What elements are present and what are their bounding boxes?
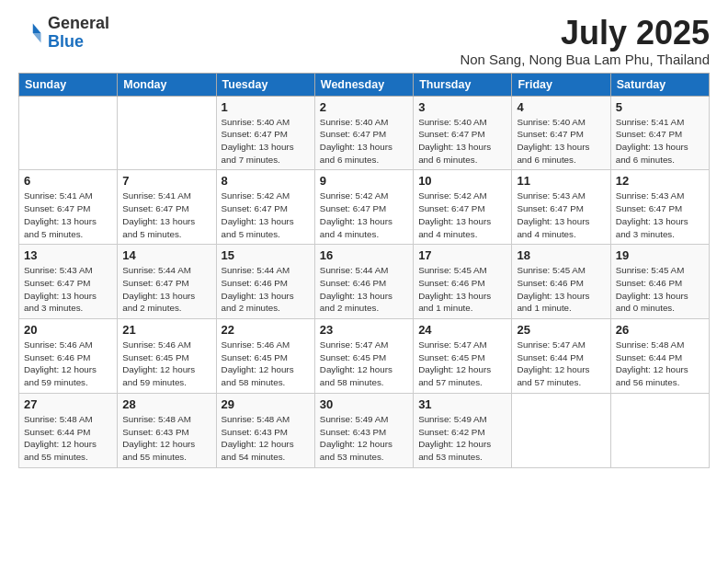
day-cell: 13Sunrise: 5:43 AM Sunset: 6:47 PM Dayli…	[19, 245, 118, 319]
day-cell: 12Sunrise: 5:43 AM Sunset: 6:47 PM Dayli…	[610, 170, 709, 245]
weekday-header-row: SundayMondayTuesdayWednesdayThursdayFrid…	[19, 73, 710, 96]
day-number: 27	[24, 397, 112, 411]
weekday-header-monday: Monday	[118, 73, 216, 96]
day-number: 23	[320, 323, 408, 337]
day-detail: Sunrise: 5:40 AM Sunset: 6:47 PM Dayligh…	[320, 116, 408, 167]
day-cell: 19Sunrise: 5:45 AM Sunset: 6:46 PM Dayli…	[610, 245, 709, 319]
day-cell: 2Sunrise: 5:40 AM Sunset: 6:47 PM Daylig…	[314, 96, 413, 170]
day-cell: 27Sunrise: 5:48 AM Sunset: 6:44 PM Dayli…	[19, 393, 118, 467]
day-detail: Sunrise: 5:47 AM Sunset: 6:44 PM Dayligh…	[517, 339, 605, 389]
day-cell: 21Sunrise: 5:46 AM Sunset: 6:45 PM Dayli…	[118, 319, 216, 394]
weekday-header-wednesday: Wednesday	[314, 73, 413, 96]
day-detail: Sunrise: 5:49 AM Sunset: 6:42 PM Dayligh…	[418, 413, 506, 464]
logo: General Blue	[18, 15, 109, 52]
day-number: 24	[418, 323, 506, 337]
day-number: 30	[320, 397, 408, 411]
day-cell	[610, 393, 709, 467]
day-number: 5	[616, 100, 704, 114]
day-detail: Sunrise: 5:42 AM Sunset: 6:47 PM Dayligh…	[320, 190, 408, 240]
day-number: 1	[222, 100, 310, 114]
svg-marker-1	[33, 33, 41, 43]
day-detail: Sunrise: 5:45 AM Sunset: 6:46 PM Dayligh…	[418, 264, 506, 315]
day-number: 17	[418, 248, 506, 262]
day-number: 11	[517, 174, 605, 188]
day-cell: 20Sunrise: 5:46 AM Sunset: 6:46 PM Dayli…	[19, 319, 118, 394]
day-number: 10	[418, 174, 506, 188]
day-cell	[118, 96, 216, 170]
day-detail: Sunrise: 5:48 AM Sunset: 6:44 PM Dayligh…	[24, 413, 112, 464]
day-number: 21	[122, 323, 210, 337]
day-cell: 29Sunrise: 5:48 AM Sunset: 6:43 PM Dayli…	[216, 393, 314, 467]
day-cell: 31Sunrise: 5:49 AM Sunset: 6:42 PM Dayli…	[414, 393, 512, 467]
day-number: 2	[320, 100, 408, 114]
day-number: 25	[517, 323, 605, 337]
day-detail: Sunrise: 5:43 AM Sunset: 6:47 PM Dayligh…	[517, 190, 605, 240]
day-cell: 9Sunrise: 5:42 AM Sunset: 6:47 PM Daylig…	[314, 170, 413, 245]
day-number: 8	[222, 174, 310, 188]
day-cell: 5Sunrise: 5:41 AM Sunset: 6:47 PM Daylig…	[610, 96, 709, 170]
day-detail: Sunrise: 5:46 AM Sunset: 6:46 PM Dayligh…	[24, 339, 112, 389]
day-cell: 16Sunrise: 5:44 AM Sunset: 6:46 PM Dayli…	[314, 245, 413, 319]
day-cell: 1Sunrise: 5:40 AM Sunset: 6:47 PM Daylig…	[216, 96, 314, 170]
day-cell: 18Sunrise: 5:45 AM Sunset: 6:46 PM Dayli…	[512, 245, 610, 319]
day-cell	[512, 393, 610, 467]
day-cell: 28Sunrise: 5:48 AM Sunset: 6:43 PM Dayli…	[118, 393, 216, 467]
day-detail: Sunrise: 5:41 AM Sunset: 6:47 PM Dayligh…	[616, 116, 704, 167]
day-detail: Sunrise: 5:47 AM Sunset: 6:45 PM Dayligh…	[418, 339, 506, 389]
day-detail: Sunrise: 5:43 AM Sunset: 6:47 PM Dayligh…	[24, 264, 112, 315]
day-number: 9	[320, 174, 408, 188]
page: General Blue July 2025 Non Sang, Nong Bu…	[0, 0, 728, 563]
day-detail: Sunrise: 5:40 AM Sunset: 6:47 PM Dayligh…	[222, 116, 310, 167]
day-cell	[19, 96, 118, 170]
day-cell: 24Sunrise: 5:47 AM Sunset: 6:45 PM Dayli…	[414, 319, 512, 394]
day-cell: 3Sunrise: 5:40 AM Sunset: 6:47 PM Daylig…	[414, 96, 512, 170]
day-cell: 7Sunrise: 5:41 AM Sunset: 6:47 PM Daylig…	[118, 170, 216, 245]
day-cell: 17Sunrise: 5:45 AM Sunset: 6:46 PM Dayli…	[414, 245, 512, 319]
day-cell: 6Sunrise: 5:41 AM Sunset: 6:47 PM Daylig…	[19, 170, 118, 245]
day-cell: 14Sunrise: 5:44 AM Sunset: 6:47 PM Dayli…	[118, 245, 216, 319]
day-detail: Sunrise: 5:46 AM Sunset: 6:45 PM Dayligh…	[222, 339, 310, 389]
logo-general-text: General	[48, 14, 109, 32]
day-detail: Sunrise: 5:41 AM Sunset: 6:47 PM Dayligh…	[24, 190, 112, 240]
logo-icon	[18, 20, 44, 46]
svg-marker-0	[33, 23, 41, 33]
day-cell: 10Sunrise: 5:42 AM Sunset: 6:47 PM Dayli…	[414, 170, 512, 245]
day-number: 13	[24, 248, 112, 262]
week-row-3: 13Sunrise: 5:43 AM Sunset: 6:47 PM Dayli…	[19, 245, 710, 319]
day-detail: Sunrise: 5:44 AM Sunset: 6:47 PM Dayligh…	[122, 264, 210, 315]
day-detail: Sunrise: 5:42 AM Sunset: 6:47 PM Dayligh…	[222, 190, 310, 240]
logo-blue-text: Blue	[48, 32, 84, 51]
header: General Blue July 2025 Non Sang, Nong Bu…	[18, 15, 710, 67]
day-number: 18	[517, 248, 605, 262]
day-detail: Sunrise: 5:42 AM Sunset: 6:47 PM Dayligh…	[418, 190, 506, 240]
title-month: July 2025	[460, 15, 710, 52]
day-number: 3	[418, 100, 506, 114]
week-row-5: 27Sunrise: 5:48 AM Sunset: 6:44 PM Dayli…	[19, 393, 710, 467]
day-detail: Sunrise: 5:41 AM Sunset: 6:47 PM Dayligh…	[122, 190, 210, 240]
day-detail: Sunrise: 5:49 AM Sunset: 6:43 PM Dayligh…	[320, 413, 408, 464]
day-number: 4	[517, 100, 605, 114]
day-number: 22	[222, 323, 310, 337]
day-detail: Sunrise: 5:48 AM Sunset: 6:43 PM Dayligh…	[222, 413, 310, 464]
weekday-header-friday: Friday	[512, 73, 610, 96]
day-cell: 4Sunrise: 5:40 AM Sunset: 6:47 PM Daylig…	[512, 96, 610, 170]
day-number: 20	[24, 323, 112, 337]
day-detail: Sunrise: 5:48 AM Sunset: 6:43 PM Dayligh…	[122, 413, 210, 464]
day-cell: 30Sunrise: 5:49 AM Sunset: 6:43 PM Dayli…	[314, 393, 413, 467]
day-number: 7	[122, 174, 210, 188]
day-cell: 8Sunrise: 5:42 AM Sunset: 6:47 PM Daylig…	[216, 170, 314, 245]
day-number: 14	[122, 248, 210, 262]
day-number: 28	[122, 397, 210, 411]
day-detail: Sunrise: 5:43 AM Sunset: 6:47 PM Dayligh…	[616, 190, 704, 240]
day-cell: 26Sunrise: 5:48 AM Sunset: 6:44 PM Dayli…	[610, 319, 709, 394]
day-number: 12	[616, 174, 704, 188]
calendar-table: SundayMondayTuesdayWednesdayThursdayFrid…	[18, 73, 710, 468]
week-row-2: 6Sunrise: 5:41 AM Sunset: 6:47 PM Daylig…	[19, 170, 710, 245]
day-number: 31	[418, 397, 506, 411]
title-location: Non Sang, Nong Bua Lam Phu, Thailand	[460, 52, 710, 67]
day-cell: 22Sunrise: 5:46 AM Sunset: 6:45 PM Dayli…	[216, 319, 314, 394]
day-cell: 11Sunrise: 5:43 AM Sunset: 6:47 PM Dayli…	[512, 170, 610, 245]
day-cell: 25Sunrise: 5:47 AM Sunset: 6:44 PM Dayli…	[512, 319, 610, 394]
day-detail: Sunrise: 5:40 AM Sunset: 6:47 PM Dayligh…	[517, 116, 605, 167]
day-cell: 15Sunrise: 5:44 AM Sunset: 6:46 PM Dayli…	[216, 245, 314, 319]
